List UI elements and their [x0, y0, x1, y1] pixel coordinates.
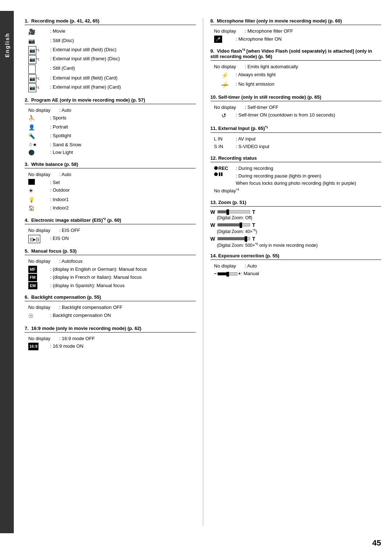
zoom-t-label-2: T	[252, 222, 256, 228]
list-item: 📷 : Still (Disc)	[28, 37, 196, 45]
item-desc: : During recording pause (lights in gree…	[236, 172, 381, 187]
flash-always-icon: ⚡	[214, 71, 236, 80]
list-item: ⛹ : Sports	[28, 114, 196, 123]
right-column: 8. Microphone filter (only in movie reco…	[203, 18, 381, 526]
exposure-list: No display : Auto − +	[211, 262, 381, 277]
low-light-icon: 🌑	[28, 149, 50, 156]
zoom-caption-1: (Digital Zoom: Off)	[217, 215, 381, 220]
recording-status-list: REC : During recording	[211, 165, 381, 195]
section-video-flash: 9. Video flash*3 [when Video Flash (sold…	[211, 48, 381, 89]
section-header-recording-status: 12. Recording status	[211, 155, 381, 162]
item-desc: : AV input	[236, 135, 381, 143]
item-desc: : 16:9 mode OFF	[59, 335, 95, 342]
item-desc: : Portrait	[50, 123, 196, 131]
list-item: 📷*1 : External input still (frame) (Disc…	[28, 55, 196, 64]
section-recording-mode: 1. Recording mode (p. 41, 42, 65) 🎥 : Mo…	[25, 18, 196, 92]
item-desc: : (display in English or German): Manual…	[50, 266, 196, 273]
section-white-balance: 3. White balance (p. 58) No display : Au…	[25, 162, 196, 212]
indoor1-icon: 💡	[28, 196, 50, 204]
no-display-rec-icon: No display*4	[214, 187, 239, 195]
wb-set-icon	[28, 179, 50, 185]
list-item: EM : (display in Spanish): Manual focus	[28, 282, 196, 290]
list-item: 🏠 : Indoor2	[28, 204, 196, 212]
ext-still-field-disc-icon: 📷*1	[28, 46, 50, 55]
camera-disc-icon: 📷	[28, 37, 50, 45]
item-desc: : External input still (frame) (Disc)	[50, 55, 196, 62]
item-desc: : 16:9 mode ON	[50, 343, 196, 350]
list-item: 🎤 : Microphone filter ON	[214, 36, 381, 43]
microphone-list: No display : Microphone filter OFF 🎤 : M…	[211, 28, 381, 43]
169-list: No display : 16:9 mode OFF 16:9 : 16:9 m…	[25, 335, 196, 350]
external-input-list: L IN : AV input S IN : S-VIDEO input	[211, 135, 381, 150]
section-zoom: 13. Zoom (p. 51) W T (Digital Zoom: Off)	[211, 200, 381, 248]
list-item: 🎥 : Movie	[28, 28, 196, 36]
section-header-manual-focus: 5. Manual focus (p. 53)	[25, 248, 196, 255]
section-self-timer: 10. Self-timer (only in still recording …	[211, 94, 381, 121]
list-item: No display*4	[214, 187, 381, 195]
list-item: : Set	[28, 179, 196, 186]
zoom-w-label-2: W	[211, 222, 215, 228]
list-item: No display : Microphone filter OFF	[214, 28, 381, 35]
item-desc: : Self-timer ON (countdown is from 10 se…	[236, 111, 381, 119]
recording-mode-list: 🎥 : Movie 📷 : Still (Disc) 📷*1 : Externa…	[25, 28, 196, 92]
indoor2-icon: 🏠	[28, 204, 50, 212]
list-item: FM : (display in French or Italian): Man…	[28, 274, 196, 281]
rec-icon: REC	[214, 165, 236, 172]
item-desc: : Auto	[59, 171, 71, 178]
ext-still-frame-disc-icon: 📷*1	[28, 55, 50, 64]
item-desc: : Indoor1	[50, 196, 196, 203]
item-desc: : Outdoor	[50, 187, 196, 194]
section-microphone-filter: 8. Microphone filter (only in movie reco…	[211, 18, 381, 43]
item-desc: : Backlight compensation ON	[50, 312, 196, 319]
item-desc: : (display in French or Italian): Manual…	[50, 274, 196, 281]
mf-spanish-icon: EM	[28, 282, 50, 290]
no-display-label: No display	[28, 227, 59, 234]
backlight-on-icon: ☉	[28, 312, 50, 321]
list-item: ((▶)) : EIS ON	[28, 235, 196, 244]
section-header-exposure: 14. Exposure correction (p. 55)	[211, 253, 381, 260]
left-column: 1. Recording mode (p. 41, 42, 65) 🎥 : Mo…	[25, 18, 203, 526]
backlight-list: No display : Backlight compensation OFF …	[25, 304, 196, 321]
page-number: 45	[372, 538, 381, 548]
portrait-icon: 👤	[28, 123, 50, 132]
no-display-label: No display	[214, 28, 245, 35]
list-item: No display : 16:9 mode OFF	[28, 335, 196, 342]
list-item: : During recording pause (lights in gree…	[214, 172, 381, 187]
list-item: S IN : S-VIDEO input	[214, 143, 381, 150]
zoom-bar-3: W T	[211, 236, 381, 242]
list-item: 💡 : Indoor1	[28, 196, 196, 204]
item-desc: : Spotlight	[50, 132, 196, 139]
sports-icon: ⛹	[28, 114, 50, 123]
list-item: ☀ : Outdoor	[28, 187, 196, 195]
list-item: − + : Manual	[214, 270, 381, 277]
list-item: : Still (Card)	[28, 65, 196, 74]
section-header-external-input: 11. External Input (p. 65)*1	[211, 125, 381, 132]
zoom-caption-3: (Digital Zoom: 500×*6 only in movie reco…	[217, 242, 381, 248]
section-169: 7. 16:9 mode (only in movie recording mo…	[25, 326, 196, 350]
section-recording-status: 12. Recording status REC : During record…	[211, 155, 381, 195]
ext-still-frame-card-icon: 📷*1	[28, 83, 50, 92]
item-desc: : EIS ON	[50, 235, 196, 242]
zoom-t-label-1: T	[252, 209, 256, 215]
no-display-label: No display	[28, 171, 59, 178]
no-display-label: No display	[28, 335, 59, 342]
section-header-zoom: 13. Zoom (p. 51)	[211, 200, 381, 207]
list-item: REC : During recording	[214, 165, 381, 172]
list-item: No display : Auto	[28, 107, 196, 114]
item-desc: : Self-timer OFF	[245, 104, 278, 111]
item-desc: : Low Light	[50, 149, 196, 156]
sidebar-label: English	[4, 33, 10, 57]
item-desc: : Still (Card)	[50, 65, 196, 72]
item-desc: : Microphone filter OFF	[245, 28, 293, 35]
item-desc: : Still (Disc)	[50, 37, 196, 44]
item-desc: : External input still (field) (Disc)	[50, 46, 196, 53]
lin-icon: L IN	[214, 135, 236, 143]
mf-french-icon: FM	[28, 274, 50, 281]
zoom-w-label-1: W	[211, 209, 215, 215]
list-item: ☉ : Backlight compensation ON	[28, 312, 196, 321]
zoom-bar-2: W T	[211, 222, 381, 228]
zoom-bar-1: W T	[211, 209, 381, 215]
item-desc: : Auto	[59, 107, 71, 114]
mf-english-icon: MF	[28, 266, 50, 273]
no-display-label: No display	[214, 104, 245, 111]
